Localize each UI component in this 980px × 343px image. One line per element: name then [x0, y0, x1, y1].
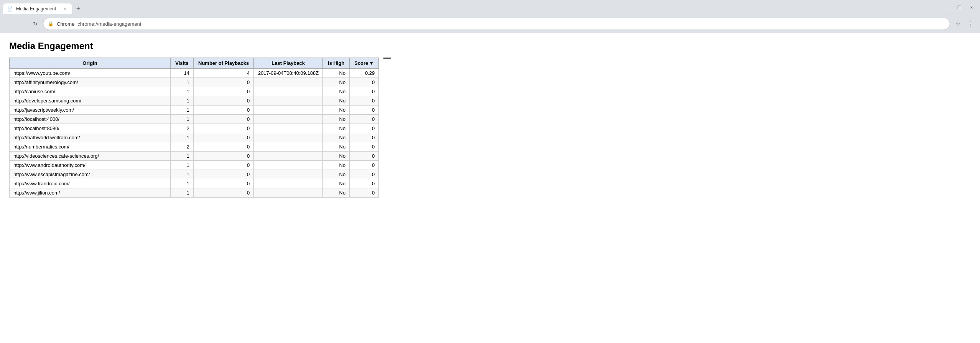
table-row: http://numbermatics.com/20No0 [10, 142, 379, 152]
table-cell: 0 [350, 124, 379, 133]
table-row: http://www.escapistmagazine.com/10No0 [10, 170, 379, 179]
table-cell: 1 [171, 188, 194, 198]
table-cell: http://www.escapistmagazine.com/ [10, 170, 171, 179]
table-cell: No [323, 69, 350, 78]
table-row: http://mathworld.wolfram.com/10No0 [10, 133, 379, 142]
table-cell: http://mathworld.wolfram.com/ [10, 133, 171, 142]
table-cell: 0 [350, 106, 379, 115]
tab-label: Media Engagement [16, 6, 59, 12]
header-ishigh[interactable]: Is High [323, 58, 350, 69]
table-cell: 0 [350, 188, 379, 198]
table-cell: No [323, 179, 350, 188]
minimize-button[interactable]: — [942, 2, 952, 13]
table-cell: 2017-09-04T08:40:09.188Z [254, 69, 323, 78]
table-cell: No [323, 161, 350, 170]
table-cell: 0 [194, 188, 254, 198]
table-cell [254, 124, 323, 133]
back-button[interactable]: ← [4, 18, 15, 29]
table-cell: 0 [194, 152, 254, 161]
header-playbacks[interactable]: Number of Playbacks [194, 58, 254, 69]
table-header: Origin Visits Number of Playbacks Last P… [10, 58, 379, 69]
table-row: http://affinitynumerology.com/10No0 [10, 78, 379, 87]
table-cell: 0 [350, 133, 379, 142]
table-row: http://developer.samsung.com/10No0 [10, 96, 379, 106]
table-cell: http://www.jilion.com/ [10, 188, 171, 198]
table-cell: 1 [171, 170, 194, 179]
header-score[interactable]: Score▼ [350, 58, 379, 69]
table-cell: http://localhost:4000/ [10, 115, 171, 124]
table-cell: 1 [171, 152, 194, 161]
menu-button[interactable]: ⋮ [965, 18, 976, 29]
table-cell: 0 [350, 78, 379, 87]
table-cell [254, 161, 323, 170]
table-cell: 0 [194, 142, 254, 152]
table-cell: http://developer.samsung.com/ [10, 96, 171, 106]
scroll-indicator [383, 58, 391, 59]
table-cell: 0 [194, 78, 254, 87]
window-controls: — ❐ × [942, 2, 977, 15]
forward-button[interactable]: → [17, 18, 28, 29]
table-cell: 1 [171, 179, 194, 188]
tab-close-button[interactable]: × [62, 6, 67, 12]
table-row: http://www.jilion.com/10No0 [10, 188, 379, 198]
table-cell: http://affinitynumerology.com/ [10, 78, 171, 87]
table-cell: 1 [171, 96, 194, 106]
table-cell: 0 [350, 179, 379, 188]
lock-icon: 🔒 [48, 21, 54, 26]
table-cell: 0 [350, 87, 379, 96]
header-lastplay[interactable]: Last Playback [254, 58, 323, 69]
media-engagement-table: Origin Visits Number of Playbacks Last P… [9, 58, 379, 198]
table-cell: http://www.frandroid.com/ [10, 179, 171, 188]
bookmark-button[interactable]: ☆ [952, 18, 963, 29]
table-cell: No [323, 87, 350, 96]
table-cell: 1 [171, 115, 194, 124]
table-cell: 0 [194, 115, 254, 124]
address-bar-row: ← → ↻ 🔒 Chrome chrome://media-engagement… [0, 15, 980, 33]
table-cell [254, 142, 323, 152]
table-cell: 0 [194, 106, 254, 115]
table-cell [254, 188, 323, 198]
table-cell [254, 115, 323, 124]
table-cell: No [323, 78, 350, 87]
table-cell: http://www.androidauthority.com/ [10, 161, 171, 170]
tab-page-icon: 📄 [8, 7, 13, 12]
table-cell: 0 [194, 124, 254, 133]
header-origin[interactable]: Origin [10, 58, 171, 69]
table-cell: 0 [194, 87, 254, 96]
table-cell [254, 152, 323, 161]
close-button[interactable]: × [966, 2, 977, 13]
table-row: https://www.youtube.com/1442017-09-04T08… [10, 69, 379, 78]
maximize-button[interactable]: ❐ [954, 2, 965, 13]
table-cell: 1 [171, 106, 194, 115]
table-cell: https://www.youtube.com/ [10, 69, 171, 78]
table-cell: 0 [194, 133, 254, 142]
table-cell: No [323, 188, 350, 198]
table-cell: 1 [171, 78, 194, 87]
table-cell: 2 [171, 142, 194, 152]
table-cell: No [323, 170, 350, 179]
table-cell [254, 106, 323, 115]
table-row: http://caniuse.com/10No0 [10, 87, 379, 96]
page-content: Media Engagement Origin Visits Number of… [0, 33, 980, 205]
table-cell: 0 [194, 96, 254, 106]
reload-button[interactable]: ↻ [30, 18, 41, 29]
table-cell [254, 96, 323, 106]
table-row: http://localhost:4000/10No0 [10, 115, 379, 124]
header-visits[interactable]: Visits [171, 58, 194, 69]
table-cell [254, 87, 323, 96]
table-cell: No [323, 96, 350, 106]
active-tab[interactable]: 📄 Media Engagement × [3, 3, 72, 14]
table-cell: 14 [171, 69, 194, 78]
table-row: http://javascriptweekly.com/10No0 [10, 106, 379, 115]
table-cell: No [323, 142, 350, 152]
new-tab-button[interactable]: + [73, 3, 84, 14]
table-cell: http://caniuse.com/ [10, 87, 171, 96]
title-bar: 📄 Media Engagement × + — ❐ × [0, 0, 980, 15]
table-cell [254, 179, 323, 188]
table-cell: 0 [350, 115, 379, 124]
table-cell: No [323, 133, 350, 142]
address-bar[interactable]: 🔒 Chrome chrome://media-engagement [43, 18, 950, 30]
table-cell: http://numbermatics.com/ [10, 142, 171, 152]
table-cell: 0 [350, 152, 379, 161]
table-row: http://www.frandroid.com/10No0 [10, 179, 379, 188]
